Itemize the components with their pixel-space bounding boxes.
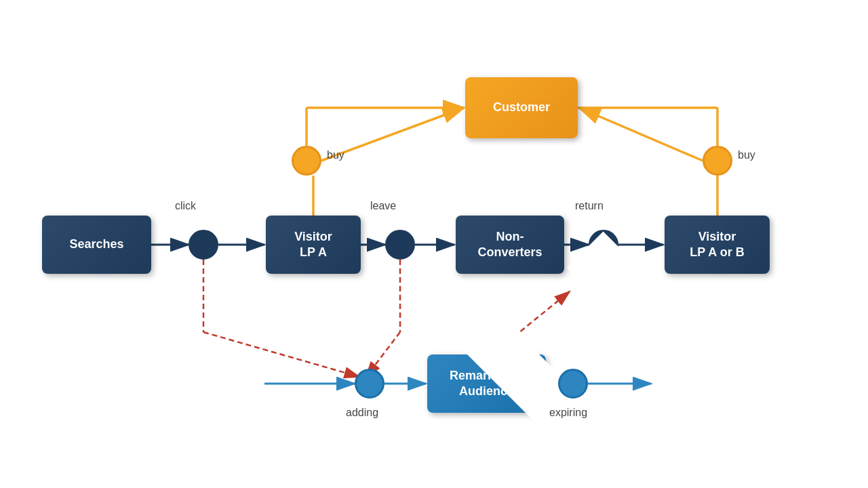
customer-label: Customer (493, 100, 550, 115)
expiring-label: expiring (549, 407, 587, 419)
circle-c1 (189, 230, 218, 260)
buy-right-label: buy (738, 149, 755, 161)
searches-node: Searches (42, 216, 151, 274)
searches-label: Searches (69, 237, 123, 252)
click-label: click (175, 200, 196, 212)
adding-label: adding (346, 407, 378, 419)
circle-buy-left (292, 146, 321, 176)
circle-buy-right (703, 146, 732, 176)
return-label: return (575, 200, 604, 212)
leave-label: leave (370, 200, 396, 212)
circle-adding (355, 369, 384, 399)
customer-node: Customer (465, 77, 578, 138)
svg-line-17 (852, 472, 868, 488)
buy-left-label: buy (327, 149, 344, 161)
circle-expiring (558, 369, 588, 399)
